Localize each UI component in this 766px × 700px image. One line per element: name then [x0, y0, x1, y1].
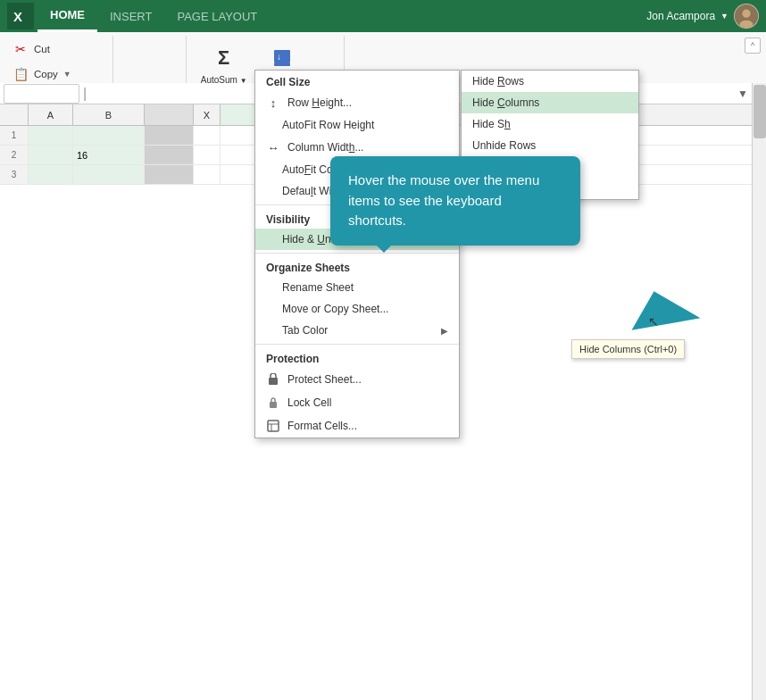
formula-expand-btn[interactable]: ▼ — [737, 88, 748, 100]
cell-a3[interactable] — [29, 165, 73, 184]
svg-text:↓: ↓ — [277, 52, 281, 62]
cell-b2[interactable]: 16 — [73, 146, 145, 164]
svg-rect-22 — [269, 378, 278, 385]
cell-blank3[interactable] — [221, 165, 256, 184]
cell-x3[interactable] — [194, 165, 221, 184]
menu-item-move-copy-sheet[interactable]: Move or Copy Sheet... — [255, 298, 459, 320]
svg-rect-24 — [268, 421, 279, 431]
tab-color-submenu-arrow-icon: ▶ — [441, 326, 448, 336]
scrollbar-thumb — [754, 85, 766, 138]
menu-item-label: Rename Sheet — [282, 281, 354, 294]
menu-item-hide-sheet[interactable]: Hide Sh — [462, 113, 638, 135]
cell-blank2[interactable] — [221, 146, 256, 164]
menu-item-lock-cell[interactable]: Lock Cell — [255, 391, 459, 414]
menu-item-label: Row Height... — [287, 96, 352, 109]
excel-icon: X — [7, 3, 34, 29]
name-box-sep: | — [79, 86, 90, 102]
tooltip-bubble: Hover the mouse over the menu items to s… — [330, 156, 580, 246]
cell-b3[interactable] — [73, 165, 145, 184]
user-avatar — [734, 4, 759, 29]
format-cells-icon — [266, 419, 280, 433]
menu-item-tab-color[interactable]: Tab Color ▶ — [255, 320, 459, 341]
user-name: Jon Acampora — [646, 10, 715, 22]
menu-item-label: Format Cells... — [287, 420, 357, 432]
col-header-a[interactable]: A — [29, 104, 73, 125]
cell-torn3 — [145, 165, 194, 184]
menu-item-autofit-row[interactable]: AutoFit Row Height — [255, 114, 459, 136]
protect-sheet-icon — [266, 372, 280, 387]
ribbon-collapse-button[interactable]: ^ — [745, 38, 761, 54]
row-num-3: 3 — [0, 165, 29, 184]
dropdown-icon: ▼ — [720, 12, 729, 21]
menu-item-label: Lock Cell — [287, 396, 331, 409]
format-dropdown-menu: Cell Size ↕ Row Height... AutoFit Row He… — [254, 70, 460, 438]
cell-a2[interactable] — [29, 146, 73, 164]
col-header-x[interactable]: X — [194, 104, 221, 125]
copy-dropdown-arrow: ▼ — [63, 70, 71, 79]
menu-divider-3 — [255, 344, 459, 345]
shortcut-tooltip-text: Hide Columns (Ctrl+0) — [579, 344, 677, 354]
menu-item-rename-sheet[interactable]: Rename Sheet — [255, 277, 459, 298]
svg-text:X: X — [13, 9, 22, 24]
svg-rect-23 — [270, 402, 277, 408]
tab-pagelayout[interactable]: PAGE LAYOUT — [164, 0, 270, 32]
menu-item-row-height[interactable]: ↕ Row Height... — [255, 91, 459, 114]
cell-x1[interactable] — [194, 126, 221, 145]
menu-item-hide-columns[interactable]: Hide Columns — [462, 92, 638, 113]
menu-item-label: Column Width... — [287, 141, 363, 154]
col-header-torn — [145, 104, 194, 125]
scrollbar-right[interactable] — [752, 83, 766, 700]
row-num-2: 2 — [0, 146, 29, 164]
menu-section-protection: Protection — [255, 347, 459, 368]
cut-button[interactable]: ✂ Cut — [7, 38, 54, 61]
cell-x2[interactable] — [194, 146, 221, 164]
cut-icon: ✂ — [11, 39, 30, 59]
menu-item-label: Hide Sh — [472, 118, 511, 130]
cell-blank1[interactable] — [221, 126, 256, 145]
name-box[interactable] — [4, 84, 79, 104]
user-area: Jon Acampora ▼ — [646, 4, 766, 29]
menu-item-format-cells[interactable]: Format Cells... — [255, 414, 459, 438]
lock-cell-icon — [266, 396, 280, 410]
tooltip-text: Hover the mouse over the menu items to s… — [348, 172, 539, 228]
tab-insert[interactable]: INSERT — [97, 0, 164, 32]
menu-item-label: Tab Color — [282, 324, 328, 337]
menu-item-label: Unhide Rows — [472, 139, 536, 152]
menu-item-label: Protect Sheet... — [287, 373, 362, 386]
menu-item-label: Hide Columns — [472, 96, 539, 109]
menu-item-label: AutoFit Row Height — [282, 119, 374, 131]
col-header-blank — [221, 104, 256, 125]
menu-item-hide-rows[interactable]: Hide Rows — [462, 71, 638, 92]
menu-section-organize-sheets: Organize Sheets — [255, 256, 459, 277]
tab-home[interactable]: HOME — [37, 0, 97, 32]
menu-item-label: Hide Rows — [472, 75, 524, 88]
menu-divider-2 — [255, 253, 459, 254]
tab-bar: X HOME INSERT PAGE LAYOUT Jon Acampora ▼ — [0, 0, 766, 32]
svg-point-3 — [742, 10, 750, 18]
menu-item-protect-sheet[interactable]: Protect Sheet... — [255, 368, 459, 391]
menu-item-unhide-rows[interactable]: Unhide Rows — [462, 135, 638, 156]
menu-item-label: Move or Copy Sheet... — [282, 303, 388, 315]
cell-b1[interactable] — [73, 126, 145, 145]
menu-section-cell-size: Cell Size — [255, 71, 459, 91]
copy-icon: 📋 — [11, 64, 30, 84]
col-width-icon: ↔ — [266, 140, 280, 154]
row-num-1: 1 — [0, 126, 29, 145]
cell-torn1 — [145, 126, 194, 145]
row-height-icon: ↕ — [266, 96, 280, 110]
cell-a1[interactable] — [29, 126, 73, 145]
autosum-button[interactable]: Σ AutoSum ▼ — [194, 38, 254, 88]
shortcut-tooltip: Hide Columns (Ctrl+0) — [571, 339, 685, 359]
svg-rect-10 — [274, 62, 290, 66]
autosum-icon: Σ — [207, 41, 241, 75]
mouse-cursor-icon: ↖ — [648, 314, 659, 329]
row-num-header — [0, 104, 29, 125]
col-header-b[interactable]: B — [73, 104, 145, 125]
cell-torn2 — [145, 146, 194, 164]
svg-point-4 — [740, 21, 754, 29]
